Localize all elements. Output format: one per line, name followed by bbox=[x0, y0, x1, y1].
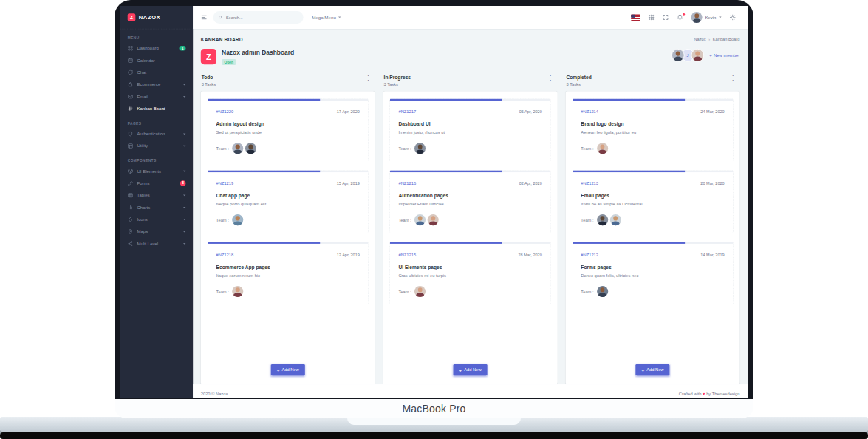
screen-viewport: Z NAZOX MENU Dashboard 1 Calendar Chat E… bbox=[120, 6, 748, 398]
task-title: Chat app page bbox=[216, 193, 360, 199]
app-logo[interactable]: Z NAZOX bbox=[120, 6, 193, 29]
sidebar-item-label: Utility bbox=[137, 143, 180, 149]
add-new-label: Add New bbox=[464, 367, 481, 372]
kanban-column-todo: Todo 3 Tasks ⋮ #NZ1220 bbox=[201, 74, 375, 384]
team-avatar[interactable] bbox=[232, 286, 243, 297]
sidebar-item-kanban-board[interactable]: Kanban Board bbox=[120, 103, 193, 115]
team-avatar[interactable] bbox=[232, 143, 243, 154]
notifications-button[interactable] bbox=[673, 14, 687, 21]
sidebar-item-ui-elements[interactable]: UI Elements bbox=[120, 165, 193, 177]
hamburger-menu-button[interactable] bbox=[197, 14, 211, 21]
task-card[interactable]: #NZ1218 12 Apr, 2019 Ecommerce App pages… bbox=[208, 242, 369, 304]
breadcrumb-home[interactable]: Nazox bbox=[694, 37, 705, 42]
chevron-down-icon bbox=[183, 219, 186, 220]
new-member-button[interactable]: + New member bbox=[709, 52, 739, 58]
task-card[interactable]: #NZ1213 20 Mar, 2020 Email pages It will… bbox=[572, 170, 733, 233]
task-title: Admin layout design bbox=[216, 121, 360, 127]
sidebar-item-utility[interactable]: Utility bbox=[120, 140, 193, 152]
task-card[interactable]: #NZ1220 17 Apr, 2020 Admin layout design… bbox=[208, 98, 369, 161]
add-new-button[interactable]: + Add New bbox=[271, 364, 305, 375]
task-id-link[interactable]: #NZ1212 bbox=[581, 252, 598, 257]
task-description: Donec quam felis, ultricies nec bbox=[581, 273, 724, 279]
task-date: 20 Mar, 2020 bbox=[700, 181, 724, 186]
search-input[interactable] bbox=[225, 15, 298, 21]
board-title: Nazox admin Dashboard bbox=[222, 49, 294, 56]
column-menu-button[interactable]: ⋮ bbox=[363, 74, 373, 81]
team-label: Team : bbox=[216, 289, 229, 294]
team-avatar[interactable] bbox=[414, 286, 426, 297]
chevron-down-icon bbox=[719, 17, 722, 18]
task-card[interactable]: #NZ1212 14 Mar, 2019 Forms pages Donec q… bbox=[572, 242, 733, 304]
add-new-button[interactable]: + Add New bbox=[454, 364, 488, 375]
task-card[interactable]: #NZ1215 28 Mar, 2020 UI Elements pages C… bbox=[390, 242, 551, 304]
task-id-link[interactable]: #NZ1217 bbox=[398, 109, 416, 115]
team-avatar[interactable] bbox=[597, 286, 608, 297]
language-flag-button[interactable] bbox=[627, 14, 644, 20]
column-title: Todo bbox=[202, 74, 216, 80]
sidebar-item-label: Kanban Board bbox=[137, 106, 186, 112]
chevron-down-icon bbox=[183, 146, 186, 147]
kanban-icon bbox=[128, 106, 134, 112]
task-card[interactable]: #NZ1219 15 Apr, 2019 Chat app page Neque… bbox=[208, 170, 369, 233]
column-menu-button[interactable]: ⋮ bbox=[545, 74, 556, 81]
shield-icon bbox=[128, 131, 134, 137]
task-description: It will be as simple as Occidental. bbox=[581, 202, 724, 207]
task-date: 17 Apr, 2020 bbox=[337, 109, 360, 114]
sidebar-item-dashboard[interactable]: Dashboard 1 bbox=[120, 42, 193, 54]
team-avatar[interactable] bbox=[610, 214, 621, 225]
column-menu-button[interactable]: ⋮ bbox=[728, 74, 738, 81]
add-new-button[interactable]: + Add New bbox=[636, 364, 670, 375]
user-name: Kevin bbox=[705, 15, 716, 20]
task-id-link[interactable]: #NZ1214 bbox=[581, 109, 598, 115]
main-content: KANBAN BOARD Nazox › Kanban Board Z Nazo… bbox=[193, 29, 748, 384]
column-title: In Progress bbox=[384, 74, 411, 80]
task-card[interactable]: #NZ1214 24 Mar, 2020 Brand logo design A… bbox=[572, 98, 733, 161]
sidebar-item-ecommerce[interactable]: Ecommerce bbox=[120, 78, 193, 90]
sidebar-item-tables[interactable]: Tables bbox=[120, 189, 193, 201]
team-avatar[interactable] bbox=[597, 143, 608, 154]
sidebar-item-icons[interactable]: Icons bbox=[120, 214, 193, 225]
task-id-link[interactable]: #NZ1219 bbox=[216, 181, 234, 186]
sidebar-item-label: Tables bbox=[137, 193, 180, 198]
team-avatar[interactable] bbox=[597, 214, 608, 225]
add-new-label: Add New bbox=[646, 367, 663, 372]
task-id-link[interactable]: #NZ1220 bbox=[216, 109, 234, 115]
sidebar-item-authentication[interactable]: Authentication bbox=[120, 128, 193, 140]
user-menu[interactable]: Kevin bbox=[687, 12, 725, 23]
page-header: KANBAN BOARD Nazox › Kanban Board bbox=[201, 37, 740, 43]
sidebar-item-multi-level[interactable]: Multi Level bbox=[120, 238, 193, 250]
fullscreen-button[interactable] bbox=[659, 14, 673, 21]
sidebar-item-charts[interactable]: Charts bbox=[120, 201, 193, 213]
footer-credit-prefix: Crafted with bbox=[679, 392, 702, 397]
settings-button[interactable] bbox=[725, 14, 739, 21]
mega-menu-button[interactable]: Mega Menu bbox=[312, 15, 341, 20]
task-title: Forms pages bbox=[581, 265, 724, 270]
sidebar-item-label: Dashboard bbox=[137, 46, 176, 51]
sidebar-item-calendar[interactable]: Calendar bbox=[120, 54, 193, 66]
team-avatar[interactable] bbox=[232, 214, 243, 225]
column-panel: #NZ1214 24 Mar, 2020 Brand logo design A… bbox=[566, 91, 740, 384]
team-avatar[interactable] bbox=[428, 214, 439, 225]
chevron-down-icon bbox=[183, 231, 186, 232]
task-id-link[interactable]: #NZ1216 bbox=[398, 181, 416, 186]
team-avatar[interactable] bbox=[414, 214, 426, 225]
task-card[interactable]: #NZ1217 05 Apr, 2020 Dashboard UI In eni… bbox=[390, 98, 551, 161]
sidebar-item-label: Calendar bbox=[137, 58, 186, 63]
task-id-link[interactable]: #NZ1213 bbox=[581, 181, 598, 186]
sidebar-item-chat[interactable]: Chat bbox=[120, 67, 193, 78]
member-avatar[interactable] bbox=[691, 49, 704, 62]
sidebar-item-forms[interactable]: Forms 8 bbox=[120, 177, 193, 189]
sidebar-item-maps[interactable]: Maps bbox=[120, 225, 193, 237]
team-avatar[interactable] bbox=[414, 143, 426, 154]
task-id-link[interactable]: #NZ1215 bbox=[398, 252, 416, 257]
task-card[interactable]: #NZ1216 02 Apr, 2020 Authentication page… bbox=[390, 170, 551, 233]
sidebar-item-email[interactable]: Email bbox=[120, 91, 193, 103]
sidebar-item-label: Ecommerce bbox=[137, 82, 180, 87]
team-avatar[interactable] bbox=[245, 143, 256, 154]
search-box[interactable] bbox=[213, 11, 304, 24]
task-id-link[interactable]: #NZ1218 bbox=[216, 252, 234, 257]
sidebar-item-label: Charts bbox=[137, 205, 180, 210]
breadcrumb-separator: › bbox=[708, 37, 710, 42]
member-avatar[interactable] bbox=[671, 49, 685, 62]
apps-grid-button[interactable] bbox=[644, 14, 658, 21]
